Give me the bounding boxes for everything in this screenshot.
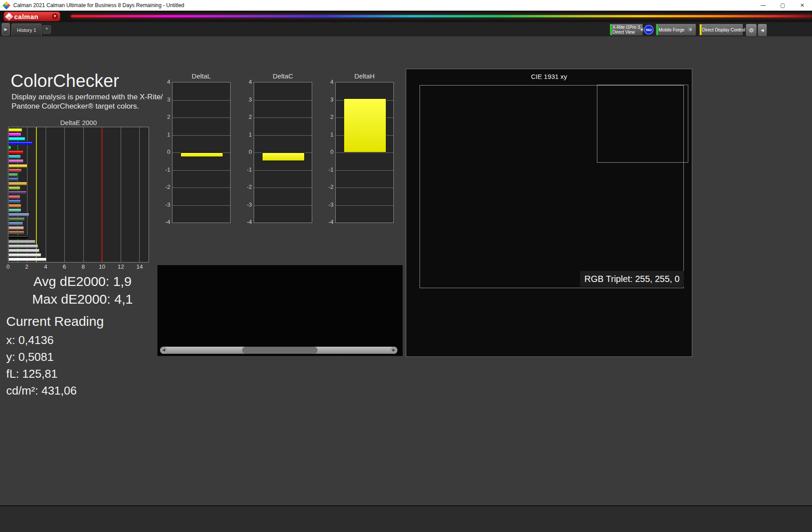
y-tick-label: -3	[239, 201, 252, 208]
y-tick-label: 1	[320, 131, 333, 138]
y-tick-label: 4	[320, 78, 333, 85]
y-tick-label: 2	[239, 113, 252, 120]
deltae-bar	[8, 208, 21, 212]
display-control-label: Direct Display Control	[702, 27, 745, 32]
deltae-bar	[8, 159, 24, 163]
description-line-1: Display analysis is performed with the X…	[12, 93, 163, 101]
reading-y: y: 0,5081	[6, 350, 54, 364]
chevron-left-icon: ◀	[761, 28, 764, 32]
deltac-title: DeltaC	[254, 72, 312, 80]
description-line-2: Pantone ColorChecker® target colors.	[12, 102, 139, 110]
meter-count-badge[interactable]: 582	[644, 25, 654, 35]
deltae-bar	[8, 173, 18, 176]
display-status-stripe	[700, 24, 702, 35]
meter-status-stripe	[610, 24, 612, 35]
deltal-title: DeltaL	[172, 72, 231, 80]
y-tick-label: 0	[239, 149, 252, 155]
current-reading-title: Current Reading	[6, 314, 104, 329]
rgb-triplet-readout: RGB Triplet: 255, 255, 0	[580, 271, 684, 287]
deltae-bar	[8, 195, 20, 199]
deltae-x-tick-label: 8	[82, 263, 85, 270]
panel-expand-button[interactable]: ▶	[2, 23, 10, 35]
gridline	[173, 170, 230, 171]
deltah-chart: DeltaH 43210-1-2-3-4	[319, 72, 396, 233]
tab-label: History 1	[17, 27, 36, 33]
spectrum-gradient-bar	[71, 15, 812, 17]
deltae-x-tick-label: 10	[99, 263, 105, 270]
y-tick-label: 3	[157, 96, 170, 103]
close-button[interactable]: ✕	[792, 0, 812, 11]
y-tick-label: -4	[239, 219, 252, 225]
deltae-bar	[8, 128, 22, 132]
y-tick-label: -1	[157, 166, 170, 173]
scrollbar-thumb[interactable]	[242, 347, 318, 354]
cie-1931-panel: CIE 1931 xy RGB Triplet: 255, 255, 0	[406, 69, 692, 357]
chevron-down-icon[interactable]: ▼	[52, 13, 58, 20]
deltah-plot	[335, 82, 394, 223]
strip-scrollbar[interactable]: ◀ ▶	[160, 347, 397, 354]
deltal-plot	[172, 82, 231, 223]
deltae-bar	[8, 155, 21, 158]
source-status-stripe	[656, 24, 658, 35]
reading-fl: fL: 125,81	[6, 367, 58, 381]
scroll-right-icon[interactable]: ▶	[390, 347, 397, 354]
pattern-source-label: Mobile Forge	[659, 27, 684, 32]
deltae-x-tick-label: 0	[6, 263, 9, 270]
y-tick-label: -1	[320, 166, 333, 173]
y-tick-label: 4	[157, 78, 170, 85]
deltae-bar	[8, 204, 21, 207]
deltae-bar	[8, 164, 27, 168]
deltae-x-tick-label: 14	[137, 263, 143, 270]
collapse-toolbar-button[interactable]: ◀	[757, 23, 767, 37]
app-icon	[3, 2, 10, 9]
deltae-x-tick-label: 6	[63, 263, 66, 270]
gridline	[336, 170, 393, 171]
calman-menu-button[interactable]: calman ▼	[4, 12, 60, 21]
scroll-left-icon[interactable]: ◀	[160, 347, 167, 354]
reading-x: x: 0,4136	[6, 333, 54, 347]
settings-button[interactable]: ⚙	[745, 23, 757, 37]
y-tick-label: -4	[320, 219, 333, 225]
chevron-down-icon[interactable]: ▼	[687, 27, 694, 33]
maximize-button[interactable]: ▢	[773, 0, 792, 11]
display-control-dropdown[interactable]: Direct Display Control ▼	[699, 23, 743, 36]
y-tick-label: 4	[239, 78, 252, 85]
deltae-bar	[8, 137, 25, 141]
add-tab-button[interactable]: +	[43, 25, 51, 34]
gridline	[336, 188, 393, 188]
gridline	[336, 205, 393, 206]
calman-logo-icon	[6, 13, 12, 20]
deltae-bar	[8, 213, 29, 216]
deltae-bar	[8, 177, 19, 181]
deltac-plot	[254, 82, 312, 223]
deltah-title: DeltaH	[335, 72, 394, 80]
deltae-x-tick-label: 2	[25, 263, 28, 270]
y-tick-label: 0	[157, 149, 170, 155]
gridline	[254, 170, 312, 171]
meter-name: X-Rite i1Pro 3	[612, 25, 640, 30]
meter-dropdown[interactable]: X-Rite i1Pro 3 Direct View ▼	[609, 23, 643, 36]
gridline	[254, 205, 312, 206]
deltae-bar	[8, 168, 22, 172]
y-tick-label: -3	[157, 201, 170, 208]
minimize-button[interactable]: —	[753, 0, 773, 11]
deltae-bar	[8, 217, 25, 221]
patch-preview-strip: ◀ ▶	[157, 265, 403, 356]
chevron-down-icon[interactable]: ▼	[640, 27, 643, 33]
deltae-bar	[8, 231, 24, 234]
deltae-x-axis: 02468101214	[8, 263, 149, 270]
tab-history-1[interactable]: History 1	[12, 23, 42, 36]
deltae-bar	[8, 240, 35, 243]
y-tick-label: -2	[239, 184, 252, 190]
expand-icon: ▶	[4, 27, 8, 31]
y-tick-label: 2	[320, 113, 333, 120]
pattern-source-dropdown[interactable]: Mobile Forge ▼	[655, 23, 696, 36]
cie-chart-title: CIE 1931 xy	[406, 73, 692, 80]
page-description: Display analysis is performed with the X…	[12, 92, 163, 111]
y-tick-label: 3	[239, 96, 252, 103]
deltac-chart: DeltaC 43210-1-2-3-4	[238, 72, 314, 233]
deltac-bar	[262, 153, 305, 161]
gridline	[173, 205, 230, 206]
deltae-bar	[8, 222, 23, 225]
deltae-bar	[8, 244, 38, 248]
